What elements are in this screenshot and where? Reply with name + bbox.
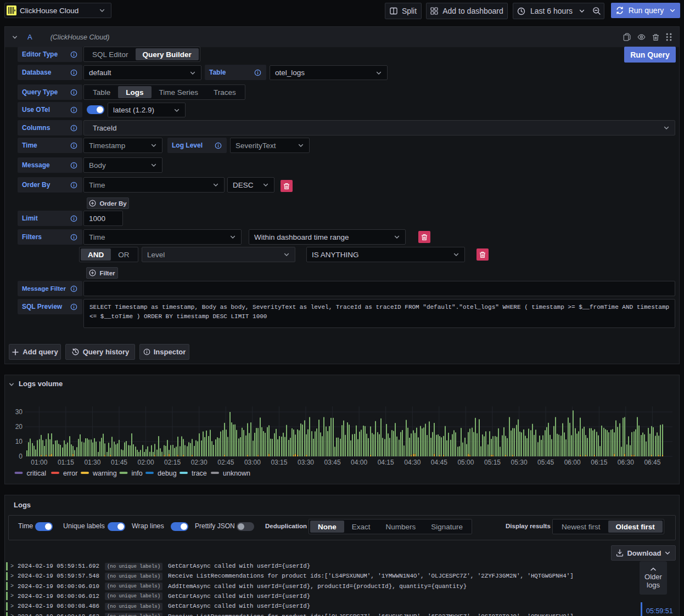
svg-text:01:45: 01:45 [111, 459, 127, 466]
svg-text:03:15: 03:15 [271, 459, 287, 466]
svg-text:01:00: 01:00 [31, 459, 47, 466]
svg-text:05:45: 05:45 [537, 459, 554, 466]
svg-text:04:30: 04:30 [404, 459, 421, 466]
svg-text:info: info [132, 470, 143, 477]
svg-text:02:15: 02:15 [164, 459, 181, 466]
svg-text:03:45: 03:45 [324, 459, 341, 466]
svg-text:10: 10 [15, 438, 23, 445]
svg-text:01:30: 01:30 [84, 459, 100, 466]
svg-text:04:00: 04:00 [351, 459, 367, 466]
svg-text:06:45: 06:45 [644, 459, 660, 466]
svg-text:05:30: 05:30 [511, 459, 528, 466]
svg-text:unknown: unknown [223, 470, 250, 477]
svg-text:30: 30 [15, 408, 23, 416]
svg-text:warning: warning [92, 470, 117, 477]
svg-text:critical: critical [27, 470, 46, 477]
svg-text:06:15: 06:15 [591, 459, 607, 466]
svg-text:02:00: 02:00 [138, 459, 154, 466]
svg-text:04:45: 04:45 [431, 459, 447, 466]
svg-text:03:30: 03:30 [298, 459, 314, 466]
svg-text:02:30: 02:30 [191, 459, 208, 466]
svg-text:02:45: 02:45 [217, 459, 234, 466]
svg-text:05:00: 05:00 [457, 459, 474, 466]
svg-text:trace: trace [192, 470, 207, 477]
svg-text:error: error [63, 470, 77, 477]
svg-text:20: 20 [15, 423, 23, 431]
svg-text:06:30: 06:30 [618, 459, 634, 466]
svg-text:05:15: 05:15 [484, 459, 501, 466]
svg-text:03:00: 03:00 [244, 459, 261, 466]
svg-text:01:15: 01:15 [58, 459, 74, 466]
svg-text:06:00: 06:00 [564, 459, 581, 466]
svg-text:04:15: 04:15 [378, 459, 394, 466]
svg-text:0: 0 [19, 453, 23, 460]
svg-text:debug: debug [158, 470, 177, 477]
